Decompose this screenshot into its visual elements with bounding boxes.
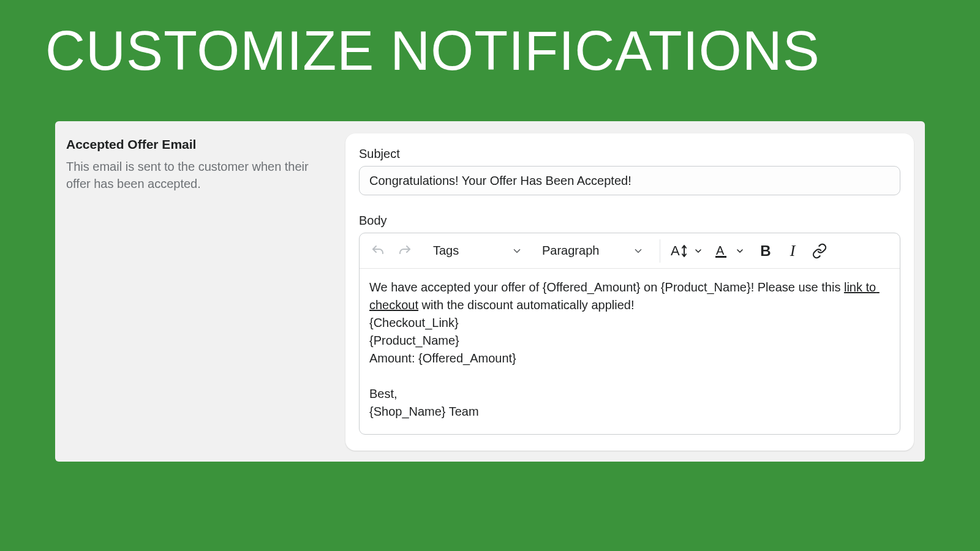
section-info: Accepted Offer Email This email is sent …	[66, 133, 330, 451]
chevron-down-icon	[633, 246, 644, 257]
paragraph-dropdown[interactable]: Paragraph	[533, 239, 650, 263]
font-color-icon: A	[712, 239, 731, 263]
undo-button[interactable]	[366, 239, 390, 263]
body-editor: Tags Paragraph	[359, 233, 900, 435]
redo-icon	[398, 244, 412, 258]
italic-icon: I	[790, 242, 796, 260]
redo-button[interactable]	[393, 239, 417, 263]
editor-toolbar: Tags Paragraph	[360, 233, 900, 269]
body-line: Best,	[369, 387, 398, 400]
body-line: {Checkout_Link}	[369, 316, 459, 329]
font-size-dropdown[interactable]: A	[670, 239, 706, 263]
section-title: Accepted Offer Email	[66, 137, 330, 152]
font-color-dropdown[interactable]: A	[712, 239, 747, 263]
link-button[interactable]	[807, 239, 832, 263]
tags-dropdown[interactable]: Tags	[424, 239, 529, 263]
email-editor-card: Subject Body	[345, 133, 914, 451]
subject-input[interactable]	[359, 166, 900, 195]
svg-text:A: A	[716, 244, 725, 257]
body-line: with the discount automatically applied!	[418, 298, 634, 312]
chevron-down-icon	[511, 246, 522, 257]
bold-button[interactable]: B	[753, 239, 778, 263]
subject-label: Subject	[359, 147, 900, 161]
body-line: {Shop_Name} Team	[369, 405, 479, 418]
body-line: Amount: {Offered_Amount}	[369, 351, 516, 365]
toolbar-divider	[660, 239, 660, 263]
paragraph-dropdown-label: Paragraph	[542, 244, 599, 258]
body-label: Body	[359, 214, 900, 228]
svg-rect-2	[715, 256, 726, 258]
undo-icon	[371, 244, 385, 258]
italic-button[interactable]: I	[780, 239, 805, 263]
page-title: Customize Notifications	[45, 23, 820, 78]
body-textarea[interactable]: We have accepted your offer of {Offered_…	[360, 269, 900, 434]
link-icon	[812, 243, 827, 259]
bold-icon: B	[760, 242, 771, 260]
chevron-down-icon	[691, 239, 706, 263]
tags-dropdown-label: Tags	[433, 244, 459, 258]
chevron-down-icon	[733, 239, 747, 263]
svg-text:A: A	[671, 243, 680, 258]
font-size-icon: A	[670, 239, 690, 263]
page: Customize Notifications Accepted Offer E…	[0, 0, 980, 551]
section-description: This email is sent to the customer when …	[66, 158, 330, 192]
settings-panel: Accepted Offer Email This email is sent …	[55, 121, 925, 462]
body-line: We have accepted your offer of {Offered_…	[369, 280, 844, 294]
body-line: {Product_Name}	[369, 334, 459, 347]
